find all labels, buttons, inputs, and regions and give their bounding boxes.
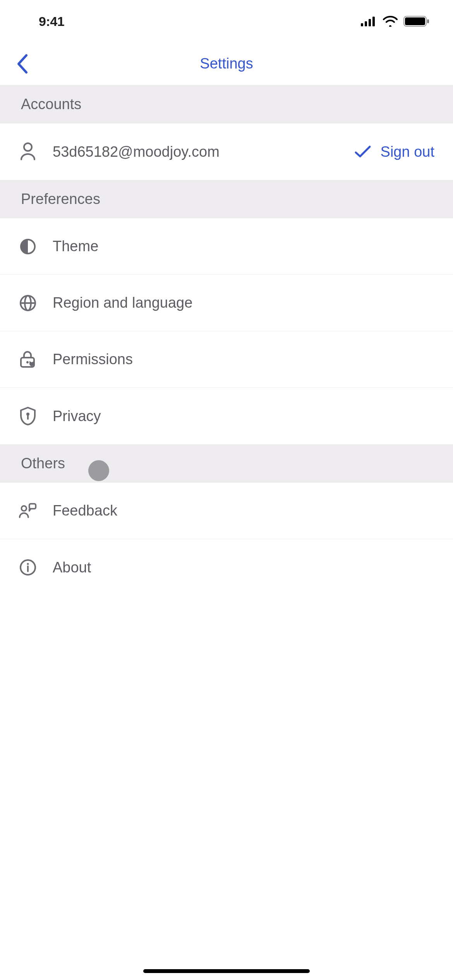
battery-icon	[403, 15, 430, 27]
status-right	[361, 15, 430, 27]
svg-point-13	[26, 361, 29, 363]
svg-point-16	[21, 506, 26, 511]
status-time: 9:41	[39, 14, 64, 29]
status-bar: 9:41	[0, 0, 453, 43]
back-button[interactable]	[11, 52, 34, 75]
svg-rect-0	[361, 23, 363, 26]
about-row[interactable]: About	[0, 539, 453, 596]
svg-rect-5	[405, 17, 425, 25]
section-header-label: Accounts	[21, 96, 432, 113]
globe-icon	[19, 294, 37, 312]
feedback-icon	[19, 502, 37, 520]
row-label: Permissions	[53, 351, 434, 368]
section-header-label: Preferences	[21, 191, 432, 207]
row-label: Theme	[53, 238, 434, 255]
svg-rect-3	[372, 17, 375, 26]
account-email: 53d65182@moodjoy.com	[53, 144, 339, 160]
section-header-preferences: Preferences	[0, 180, 453, 218]
user-icon	[19, 142, 37, 161]
section-header-others: Others	[0, 444, 453, 483]
svg-rect-17	[29, 504, 36, 509]
region-language-row[interactable]: Region and language	[0, 275, 453, 331]
row-label: Privacy	[53, 408, 434, 425]
svg-rect-2	[369, 19, 371, 26]
lock-shield-icon	[19, 350, 37, 369]
svg-rect-6	[427, 19, 429, 23]
svg-rect-15	[27, 415, 29, 420]
home-indicator	[143, 969, 310, 973]
row-label: Feedback	[53, 502, 434, 519]
others-group: Feedback About	[0, 483, 453, 596]
shield-key-icon	[19, 407, 37, 425]
feedback-row[interactable]: Feedback	[0, 483, 453, 539]
section-header-label: Others	[21, 455, 432, 472]
sign-out-label: Sign out	[381, 144, 434, 160]
chevron-left-icon	[15, 53, 29, 75]
sign-out-button[interactable]: Sign out	[354, 144, 434, 160]
privacy-row[interactable]: Privacy	[0, 388, 453, 444]
info-icon	[19, 558, 37, 577]
svg-point-7	[24, 143, 32, 151]
row-label: About	[53, 559, 434, 576]
theme-row[interactable]: Theme	[0, 218, 453, 275]
cellular-icon	[361, 16, 377, 26]
half-circle-icon	[19, 237, 37, 256]
account-row[interactable]: 53d65182@moodjoy.com Sign out	[0, 123, 453, 180]
check-icon	[354, 145, 371, 159]
permissions-row[interactable]: Permissions	[0, 331, 453, 388]
svg-point-19	[27, 563, 29, 565]
section-header-accounts: Accounts	[0, 85, 453, 123]
nav-bar: Settings	[0, 43, 453, 85]
svg-rect-1	[365, 21, 367, 26]
page-title: Settings	[200, 55, 253, 72]
wifi-icon	[383, 16, 398, 27]
preferences-group: Theme Region and language	[0, 218, 453, 444]
accounts-group: 53d65182@moodjoy.com Sign out	[0, 123, 453, 180]
row-label: Region and language	[53, 295, 434, 311]
